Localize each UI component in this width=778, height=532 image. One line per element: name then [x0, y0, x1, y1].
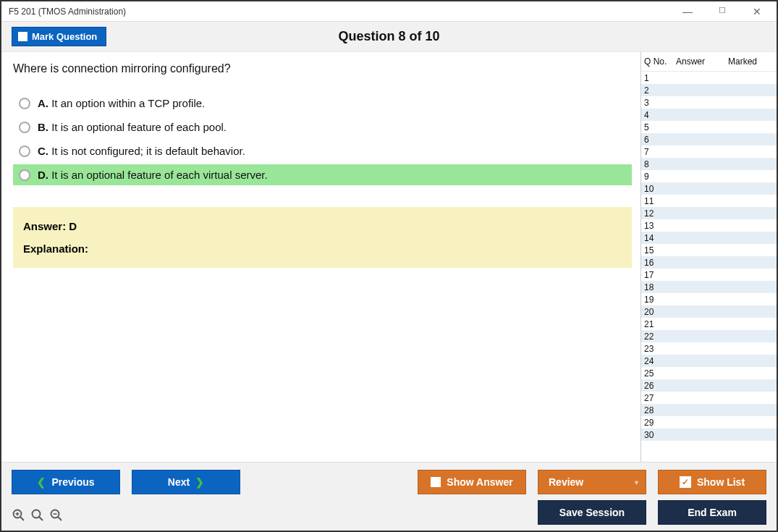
option-d[interactable]: D. It is an optional feature of each vir…: [13, 164, 632, 185]
svg-point-4: [33, 510, 41, 518]
question-counter: Question 8 of 10: [338, 29, 439, 44]
list-item[interactable]: 24: [641, 355, 777, 367]
radio-icon[interactable]: [19, 122, 30, 133]
qno-cell: 6: [644, 135, 676, 145]
main-panel: Where is connection mirroring configured…: [1, 52, 640, 462]
qno-cell: 10: [644, 184, 676, 194]
list-item[interactable]: 22: [641, 330, 777, 342]
list-item[interactable]: 25: [641, 367, 777, 379]
list-item[interactable]: 4: [641, 109, 777, 121]
qno-cell: 25: [644, 368, 676, 379]
minimize-icon[interactable]: —: [677, 6, 698, 17]
checkbox-icon: [431, 477, 441, 487]
list-item[interactable]: 11: [641, 195, 777, 207]
show-list-label: Show List: [697, 476, 745, 488]
list-item[interactable]: 17: [641, 269, 777, 281]
header-row: Mark Question Question 8 of 10: [1, 22, 777, 52]
radio-icon[interactable]: [19, 98, 30, 109]
list-item[interactable]: 16: [641, 256, 777, 269]
previous-label: Previous: [51, 476, 94, 488]
answer-box: Answer: D Explanation:: [13, 207, 632, 268]
question-list-panel: Q No. Answer Marked 12345678910111213141…: [640, 52, 777, 462]
list-item[interactable]: 29: [641, 416, 777, 428]
list-item[interactable]: 8: [641, 158, 777, 170]
qno-cell: 18: [644, 282, 676, 292]
side-header: Q No. Answer Marked: [641, 52, 777, 72]
qno-cell: 17: [644, 270, 676, 280]
list-item[interactable]: 12: [641, 207, 777, 219]
option-b[interactable]: B. It is an optional feature of each poo…: [13, 117, 632, 138]
show-list-button[interactable]: ✓ Show List: [658, 470, 766, 494]
checkbox-icon: [18, 32, 28, 41]
chevron-down-icon: ▾: [635, 478, 638, 486]
chevron-right-icon: ❯: [195, 476, 204, 488]
list-item[interactable]: 2: [641, 84, 777, 96]
question-text: Where is connection mirroring configured…: [13, 62, 640, 75]
chevron-left-icon: ❮: [37, 476, 46, 488]
option-label: D. It is an optional feature of each vir…: [38, 169, 268, 181]
end-exam-label: End Exam: [688, 507, 737, 518]
option-a[interactable]: A. It an option within a TCP profile.: [13, 93, 632, 114]
zoom-reset-icon[interactable]: [30, 508, 45, 523]
zoom-out-icon[interactable]: [49, 508, 64, 523]
option-c[interactable]: C. It is not configured; it is default b…: [13, 140, 632, 161]
list-item[interactable]: 28: [641, 404, 777, 416]
qno-cell: 26: [644, 381, 676, 391]
side-list[interactable]: 1234567891011121314151617181920212223242…: [641, 72, 777, 462]
window-title: F5 201 (TMOS Administration): [9, 7, 126, 17]
button-row: ❮ Previous Next ❯ Show Answer Review ▾ ✓…: [12, 470, 766, 494]
header-qno: Q No.: [644, 56, 676, 67]
list-item[interactable]: 1: [641, 72, 777, 84]
svg-line-1: [20, 517, 24, 520]
option-label: C. It is not configured; it is default b…: [38, 145, 245, 157]
mark-question-button[interactable]: Mark Question: [12, 27, 106, 46]
content-wrap: Where is connection mirroring configured…: [1, 52, 777, 462]
zoom-in-icon[interactable]: [12, 508, 26, 523]
list-item[interactable]: 20: [641, 305, 777, 318]
review-dropdown[interactable]: Review ▾: [538, 470, 646, 494]
close-icon[interactable]: ✕: [746, 6, 768, 17]
review-label: Review: [549, 476, 583, 488]
list-item[interactable]: 21: [641, 318, 777, 330]
list-item[interactable]: 23: [641, 342, 777, 355]
list-item[interactable]: 26: [641, 379, 777, 392]
qno-cell: 24: [644, 356, 676, 366]
qno-cell: 20: [644, 307, 676, 317]
maximize-icon[interactable]: ☐: [711, 6, 733, 17]
next-button[interactable]: Next ❯: [132, 470, 240, 494]
qno-cell: 11: [644, 196, 676, 206]
list-item[interactable]: 15: [641, 244, 777, 256]
header-answer: Answer: [676, 56, 728, 67]
svg-line-7: [58, 517, 62, 520]
list-item[interactable]: 18: [641, 281, 777, 293]
explanation-line: Explanation:: [23, 242, 622, 255]
list-item[interactable]: 9: [641, 170, 777, 182]
button-row-2: Save Session End Exam: [12, 500, 766, 525]
qno-cell: 30: [644, 430, 676, 440]
list-item[interactable]: 10: [641, 182, 777, 195]
bottom-bar: ❮ Previous Next ❯ Show Answer Review ▾ ✓…: [1, 462, 777, 531]
list-item[interactable]: 30: [641, 428, 777, 441]
list-item[interactable]: 3: [641, 96, 777, 109]
window-controls: — ☐ ✕: [677, 6, 772, 17]
previous-button[interactable]: ❮ Previous: [12, 470, 120, 494]
end-exam-button[interactable]: End Exam: [658, 500, 766, 525]
mark-question-label: Mark Question: [32, 31, 97, 42]
qno-cell: 23: [644, 344, 676, 354]
qno-cell: 15: [644, 245, 676, 256]
list-item[interactable]: 6: [641, 133, 777, 145]
qno-cell: 22: [644, 332, 676, 342]
qno-cell: 9: [644, 172, 676, 182]
radio-icon[interactable]: [19, 145, 30, 157]
radio-icon[interactable]: [19, 169, 30, 181]
qno-cell: 3: [644, 98, 676, 108]
list-item[interactable]: 19: [641, 293, 777, 305]
list-item[interactable]: 27: [641, 392, 777, 404]
list-item[interactable]: 14: [641, 232, 777, 244]
show-answer-button[interactable]: Show Answer: [418, 470, 526, 494]
list-item[interactable]: 7: [641, 145, 777, 158]
save-session-button[interactable]: Save Session: [538, 500, 646, 525]
list-item[interactable]: 13: [641, 219, 777, 232]
list-item[interactable]: 5: [641, 121, 777, 133]
titlebar: F5 201 (TMOS Administration) — ☐ ✕: [1, 1, 777, 22]
